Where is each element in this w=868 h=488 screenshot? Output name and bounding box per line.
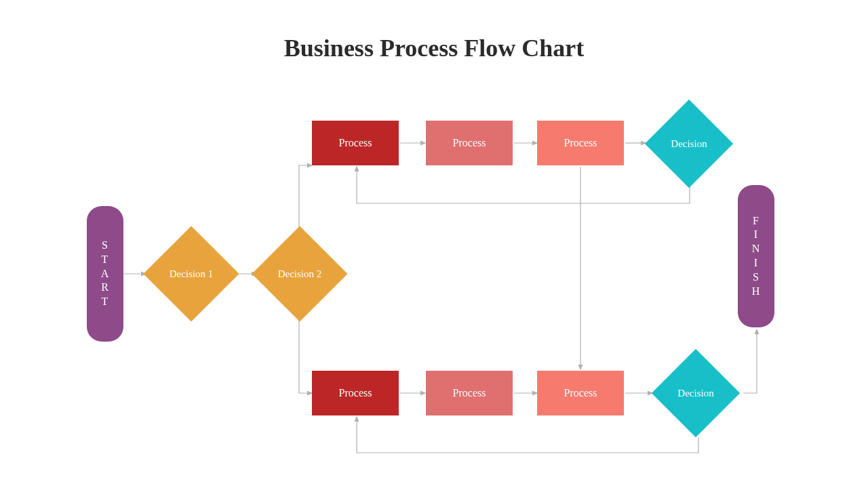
finish-node: FINISH	[738, 185, 774, 327]
decision-2-label: Decision 2	[278, 268, 322, 280]
bot-process-2-label: Process	[453, 387, 486, 399]
start-label: START	[101, 239, 110, 309]
bot-decision-label: Decision	[677, 388, 713, 399]
bot-process-1: Process	[312, 371, 399, 415]
top-process-2: Process	[426, 121, 513, 165]
top-process-3: Process	[537, 121, 624, 165]
top-process-1-label: Process	[339, 137, 372, 149]
top-process-2-label: Process	[453, 137, 486, 149]
finish-label: FINISH	[752, 214, 761, 299]
top-process-1: Process	[312, 121, 399, 165]
page-title: Business Process Flow Chart	[0, 34, 868, 62]
start-node: START	[87, 206, 123, 342]
bot-decision: Decision	[652, 350, 739, 436]
bot-process-3: Process	[537, 371, 624, 415]
decision-2: Decision 2	[256, 230, 343, 317]
top-decision-label: Decision	[671, 138, 707, 150]
bot-process-3-label: Process	[564, 387, 597, 399]
top-process-3-label: Process	[564, 137, 597, 149]
bot-process-2: Process	[426, 371, 513, 415]
decision-1-label: Decision 1	[170, 268, 214, 280]
top-decision: Decision	[646, 100, 732, 187]
decision-1: Decision 1	[148, 230, 235, 317]
bot-process-1-label: Process	[339, 387, 372, 399]
